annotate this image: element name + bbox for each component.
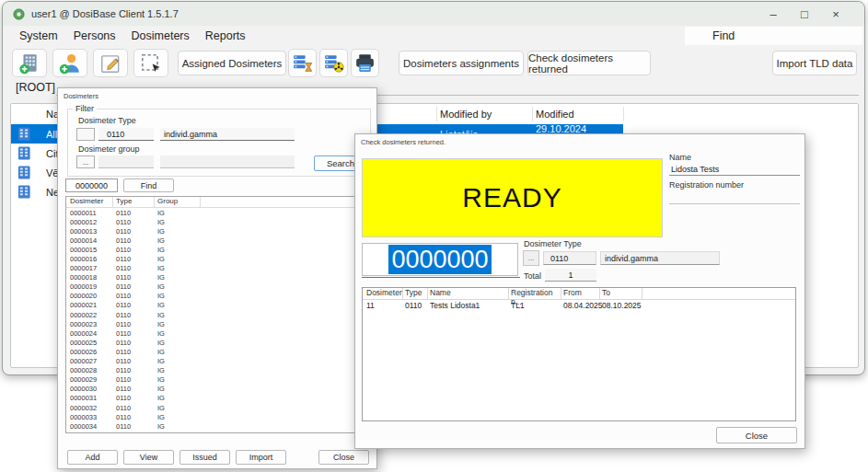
header-dosimeter[interactable]: Dosimeter: [66, 197, 113, 207]
select-icon: [139, 52, 163, 75]
add-button[interactable]: Add: [67, 450, 118, 465]
type-name-field[interactable]: individ.gamma: [160, 128, 295, 141]
scan-input-underline: [362, 277, 520, 278]
close-dialog-button[interactable]: Close: [318, 450, 369, 465]
header-group[interactable]: Group: [155, 197, 201, 207]
find-button[interactable]: Find: [123, 178, 174, 192]
table-row[interactable]: 0000026 0110 IG: [66, 347, 370, 356]
edit-button[interactable]: [93, 49, 128, 77]
menu-reports[interactable]: Reports: [205, 29, 246, 42]
table-row[interactable]: 0000011 0110 IG: [66, 208, 370, 217]
header-registration[interactable]: Registration n...: [509, 288, 561, 299]
maximize-button[interactable]: □: [789, 3, 820, 25]
table-row[interactable]: 0000017 0110 IG: [66, 264, 370, 273]
type-code-field[interactable]: 0110: [98, 128, 154, 141]
header-to[interactable]: To: [600, 288, 642, 299]
close-button[interactable]: ×: [820, 3, 851, 25]
group-name-field[interactable]: [160, 155, 295, 168]
table-row[interactable]: 0000024 0110 IG: [66, 328, 370, 338]
issued-button[interactable]: Issued: [179, 450, 230, 465]
barcode-input[interactable]: 0000000: [65, 178, 118, 192]
scan-input[interactable]: 0000000: [362, 243, 518, 276]
returned-dosimeters-table: Dosimeter Type Name Registration n... Fr…: [362, 287, 796, 421]
table-row[interactable]: 0000018 0110 IG: [66, 273, 370, 282]
header-type[interactable]: Type: [403, 288, 428, 299]
add-building-button[interactable]: [12, 49, 47, 77]
app-icon: [13, 8, 25, 20]
import-button[interactable]: Import: [236, 450, 286, 465]
menu-system[interactable]: System: [19, 29, 58, 42]
table-row[interactable]: 11 0110 Tests Lidosta1 TL1 08.04.2025 08…: [363, 300, 795, 311]
root-breadcrumb: [ROOT]: [16, 81, 55, 94]
assignments-list-icon: [291, 52, 314, 75]
check-dialog-title: Check dosimeters returned.: [355, 134, 804, 148]
column-header-modified[interactable]: Modified: [536, 109, 574, 120]
table-row[interactable]: 0000016 0110 IG: [66, 254, 370, 263]
menu-persons[interactable]: Persons: [74, 29, 116, 42]
print-button[interactable]: [351, 49, 379, 77]
type-code-field[interactable]: 0110: [543, 251, 596, 265]
table-row[interactable]: 0000034 0110 IG: [66, 421, 370, 431]
dosimeter-group-label: Dosimeter group: [78, 144, 140, 154]
table-row[interactable]: 0000032 0110 IG: [66, 403, 370, 412]
type-browse-button[interactable]: [76, 128, 95, 141]
dosimeters-assignments-button[interactable]: Dosimeters assignments: [399, 51, 524, 75]
add-building-icon: [17, 52, 41, 75]
table-row[interactable]: 0000033 0110 IG: [66, 412, 370, 421]
edit-icon: [98, 52, 122, 75]
total-label: Total: [524, 271, 541, 281]
minimize-button[interactable]: –: [758, 3, 789, 25]
building-icon: [11, 127, 37, 141]
header-from[interactable]: From: [561, 288, 600, 299]
table-row[interactable]: 0000030 0110 IG: [66, 385, 370, 394]
group-code-field[interactable]: [98, 155, 154, 168]
header-dosimeter[interactable]: Dosimeter: [363, 288, 403, 299]
table-row[interactable]: 0000012 0110 IG: [66, 217, 370, 226]
check-dosimeters-returned-button[interactable]: Check dosimeters returned: [527, 51, 651, 75]
registration-number-field[interactable]: [669, 191, 800, 204]
add-person-button[interactable]: [52, 49, 87, 77]
radiation-list-button[interactable]: [319, 49, 348, 77]
table-row[interactable]: 0000020 0110 IG: [66, 292, 370, 301]
dosimeters-table-header: Dosimeter Type Group: [66, 197, 370, 208]
table-row[interactable]: 0000023 0110 IG: [66, 319, 370, 328]
building-icon: [11, 185, 37, 199]
table-row[interactable]: 0000031 0110 IG: [66, 394, 370, 403]
type-name-field[interactable]: individ.gamma: [600, 251, 720, 265]
filter-legend: Filter: [73, 104, 97, 113]
table-row[interactable]: 0000029 0110 IG: [66, 375, 370, 385]
column-separator: [532, 107, 533, 121]
assignments-list-button[interactable]: [288, 49, 317, 77]
group-browse-button[interactable]: ...: [76, 155, 95, 168]
menu-dosimeters[interactable]: Dosimeters: [132, 29, 190, 42]
dosimeters-dialog-title: Dosimeters: [58, 88, 376, 102]
dosimeters-dialog: Dosimeters Filter Dosimeter Type 0110 in…: [57, 87, 377, 469]
column-separator: [436, 107, 437, 121]
table-row[interactable]: 0000022 0110 IG: [66, 310, 370, 319]
table-row[interactable]: 0000014 0110 IG: [66, 236, 370, 245]
find-label: Find: [712, 29, 735, 42]
ready-status-banner: READY: [362, 158, 663, 237]
import-tld-data-button[interactable]: Import TLD data: [772, 51, 857, 75]
table-row[interactable]: 0000025 0110 IG: [66, 338, 370, 347]
table-row[interactable]: 0000021 0110 IG: [66, 301, 370, 310]
table-row[interactable]: 0000028 0110 IG: [66, 366, 370, 375]
header-name[interactable]: Name: [428, 288, 509, 299]
view-button[interactable]: View: [123, 450, 174, 465]
returned-table-rows: 11 0110 Tests Lidosta1 TL1 08.04.2025 08…: [363, 300, 795, 311]
table-row[interactable]: 0000013 0110 IG: [66, 226, 370, 236]
close-button[interactable]: Close: [716, 427, 797, 443]
type-browse-button[interactable]: ...: [523, 250, 539, 266]
header-type[interactable]: Type: [113, 197, 155, 207]
name-field[interactable]: Lidosta Tests: [669, 163, 800, 176]
table-row[interactable]: 0000015 0110 IG: [66, 245, 370, 254]
find-field[interactable]: Find: [685, 27, 862, 45]
table-row[interactable]: 0000027 0110 IG: [66, 357, 370, 366]
select-button[interactable]: [133, 49, 168, 77]
assigned-dosimeters-button[interactable]: Assigned Dosimeters: [178, 51, 286, 75]
building-icon: [11, 146, 37, 160]
title-bar: user1 @ DosiBase Client 1.5.1.7 – □ ×: [3, 2, 864, 26]
column-header-modified-by[interactable]: Modified by: [440, 109, 492, 120]
registration-number-label: Registration number: [669, 180, 744, 190]
table-row[interactable]: 0000019 0110 IG: [66, 282, 370, 292]
